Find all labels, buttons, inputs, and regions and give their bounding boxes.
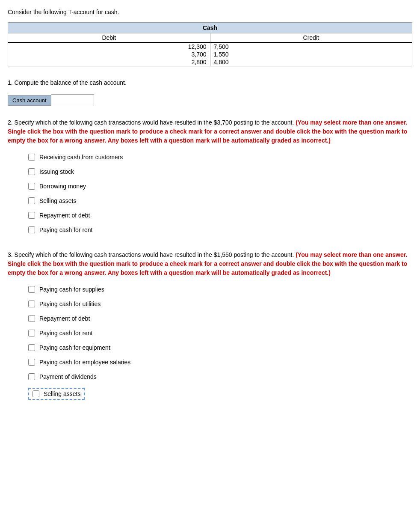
- q3-label-text: 3. Specify which of the following cash t…: [8, 251, 294, 258]
- q3-option-6[interactable]: Payment of dividends: [28, 373, 412, 380]
- q3-option-4[interactable]: Paying cash for equipment: [28, 344, 412, 351]
- q3-checkbox-2[interactable]: [28, 315, 35, 322]
- cash-account-input[interactable]: [51, 94, 94, 106]
- q3-checkbox-4[interactable]: [28, 344, 35, 351]
- t-account-header: Debit Credit: [8, 33, 412, 43]
- table-row: 2,800 4,800: [8, 58, 412, 66]
- q2-option-2[interactable]: Borrowing money: [28, 183, 412, 190]
- q2-question: 2. Specify which of the following cash t…: [8, 118, 412, 145]
- credit-cell: 4,800: [210, 58, 412, 66]
- debit-header: Debit: [8, 33, 210, 43]
- q3-option-label-0: Paying cash for supplies: [39, 286, 104, 293]
- q3-option-7[interactable]: Selling assets: [28, 388, 85, 400]
- t-account: Cash Debit Credit 12,300 7,500 3,700 1,5…: [8, 22, 412, 66]
- q3-checkbox-1[interactable]: [28, 301, 35, 307]
- t-account-title: Cash: [8, 22, 412, 33]
- q3-checkbox-0[interactable]: [28, 286, 35, 293]
- q3-checkbox-6[interactable]: [28, 373, 35, 380]
- q2-option-label-2: Borrowing money: [39, 183, 86, 190]
- q2-option-label-3: Selling assets: [39, 197, 76, 204]
- q3-option-label-1: Paying cash for utilities: [39, 301, 101, 307]
- q3-checkbox-5[interactable]: [28, 359, 35, 366]
- table-row: 12,300 7,500: [8, 43, 412, 51]
- q2-checkbox-3[interactable]: [28, 197, 35, 204]
- table-row: 3,700 1,550: [8, 51, 412, 58]
- q2-option-0[interactable]: Receiving cash from customers: [28, 154, 412, 161]
- q3-option-label-6: Payment of dividends: [39, 373, 97, 380]
- q2-option-3[interactable]: Selling assets: [28, 197, 412, 204]
- q3-checkbox-7[interactable]: [33, 390, 39, 397]
- cash-account-label: Cash account: [8, 95, 51, 106]
- q2-label-text: 2. Specify which of the following cash t…: [8, 119, 294, 126]
- q2-option-label-5: Paying cash for rent: [39, 226, 93, 233]
- debit-cell: 2,800: [8, 58, 210, 66]
- credit-header: Credit: [210, 33, 412, 43]
- q3-option-label-7: Selling assets: [44, 390, 80, 397]
- q2-checkbox-4[interactable]: [28, 212, 35, 219]
- q1-label: 1. Compute the balance of the cash accou…: [8, 78, 412, 87]
- q3-option-label-3: Paying cash for rent: [39, 330, 93, 336]
- credit-cell: 7,500: [210, 43, 412, 51]
- debit-cell: 12,300: [8, 43, 210, 51]
- q2-option-1[interactable]: Issuing stock: [28, 168, 412, 175]
- q2-option-4[interactable]: Repayment of debt: [28, 212, 412, 219]
- q2-option-label-1: Issuing stock: [39, 168, 74, 175]
- q3-question: 3. Specify which of the following cash t…: [8, 250, 412, 277]
- debit-cell: 3,700: [8, 51, 210, 58]
- q3-checkbox-3[interactable]: [28, 330, 35, 336]
- q2-option-label-0: Receiving cash from customers: [39, 154, 123, 161]
- q3-option-2[interactable]: Repayment of debt: [28, 315, 412, 322]
- q3-option-3[interactable]: Paying cash for rent: [28, 330, 412, 336]
- q2-checkbox-5[interactable]: [28, 226, 35, 233]
- q3-option-label-4: Paying cash for equipment: [39, 344, 110, 351]
- q2-checkbox-list: Receiving cash from customers Issuing st…: [28, 154, 412, 233]
- q2-option-label-4: Repayment of debt: [39, 212, 90, 219]
- q3-option-label-2: Repayment of debt: [39, 315, 90, 322]
- q2-checkbox-0[interactable]: [28, 154, 35, 161]
- q2-checkbox-2[interactable]: [28, 183, 35, 190]
- q3-option-1[interactable]: Paying cash for utilities: [28, 301, 412, 307]
- cash-account-row: Cash account: [8, 94, 412, 106]
- intro-text: Consider the following T-account for cas…: [8, 9, 412, 15]
- q2-checkbox-1[interactable]: [28, 168, 35, 175]
- q3-option-5[interactable]: Paying cash for employee salaries: [28, 359, 412, 366]
- q3-checkbox-list: Paying cash for supplies Paying cash for…: [28, 286, 412, 400]
- q2-option-5[interactable]: Paying cash for rent: [28, 226, 412, 233]
- t-account-body: 12,300 7,500 3,700 1,550 2,800 4,800: [8, 43, 412, 66]
- q3-option-label-5: Paying cash for employee salaries: [39, 359, 130, 366]
- q3-option-0[interactable]: Paying cash for supplies: [28, 286, 412, 293]
- credit-cell: 1,550: [210, 51, 412, 58]
